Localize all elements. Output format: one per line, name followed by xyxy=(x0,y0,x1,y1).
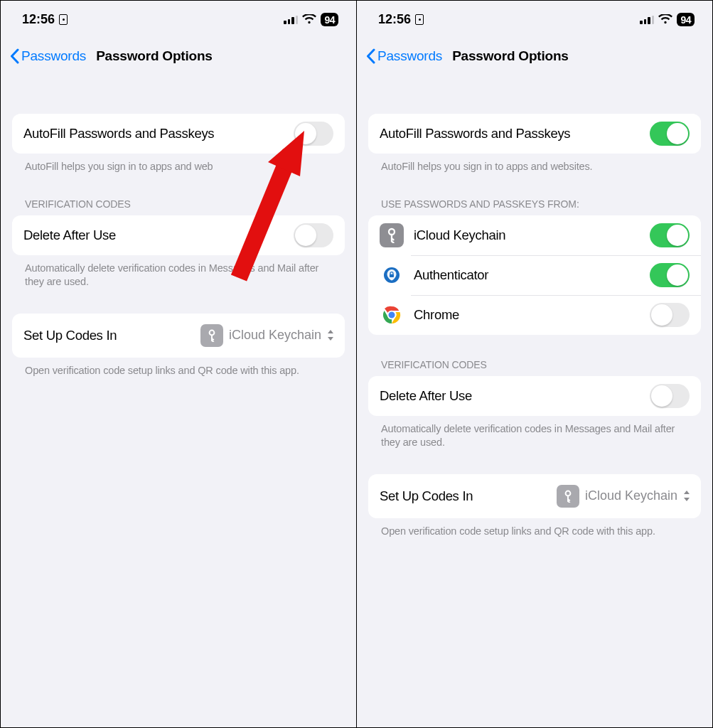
back-chevron-icon[interactable] xyxy=(365,48,376,64)
setup-codes-group: Set Up Codes In iCloud Keychain Open ver… xyxy=(12,314,345,378)
verification-header: Verification Codes xyxy=(12,198,345,215)
page-title: Password Options xyxy=(96,48,213,64)
chrome-icon xyxy=(380,303,404,327)
status-bar: 12:56 94 xyxy=(357,1,712,38)
autofill-label: AutoFill Passwords and Passkeys xyxy=(23,126,284,141)
setup-codes-value: iCloud Keychain xyxy=(585,488,677,503)
authenticator-icon xyxy=(380,263,404,287)
key-icon xyxy=(557,485,579,508)
wifi-icon xyxy=(658,14,672,25)
delete-after-use-toggle[interactable] xyxy=(294,223,333,247)
key-icon xyxy=(200,324,223,347)
svg-rect-3 xyxy=(390,274,394,277)
verification-group: Verification Codes Delete After Use Auto… xyxy=(12,198,345,289)
provider-label: Authenticator xyxy=(414,267,640,283)
setup-codes-row[interactable]: Set Up Codes In iCloud Keychain xyxy=(12,314,345,358)
nav-bar: Passwords Password Options xyxy=(357,38,712,74)
status-bar: 12:56 94 xyxy=(1,1,356,38)
setup-codes-selector[interactable]: iCloud Keychain xyxy=(200,324,333,347)
sim-icon xyxy=(415,14,424,25)
provider-toggle-chrome[interactable] xyxy=(650,303,690,327)
page-title: Password Options xyxy=(452,48,569,64)
verification-footer: Automatically delete verification codes … xyxy=(368,416,701,450)
signal-icon xyxy=(284,15,298,24)
back-button[interactable]: Passwords xyxy=(377,48,442,64)
setup-codes-label: Set Up Codes In xyxy=(380,488,547,504)
signal-icon xyxy=(640,15,654,24)
autofill-footer: AutoFill helps you sign in to apps and w… xyxy=(12,154,345,174)
svg-point-7 xyxy=(566,491,571,496)
provider-row-authenticator[interactable]: Authenticator xyxy=(368,255,701,295)
provider-label: Chrome xyxy=(414,307,640,323)
setup-codes-row[interactable]: Set Up Codes In iCloud Keychain xyxy=(368,474,701,518)
keychain-icon xyxy=(380,223,404,247)
provider-toggle-keychain[interactable] xyxy=(650,223,690,247)
setup-codes-footer: Open verification code setup links and Q… xyxy=(368,518,701,539)
autofill-toggle[interactable] xyxy=(294,122,333,146)
phone-right: 12:56 94 Passwords Password Options Auto… xyxy=(357,1,712,727)
battery-icon: 94 xyxy=(677,13,695,26)
chevron-updown-icon xyxy=(327,330,333,341)
status-time: 12:56 xyxy=(22,12,55,27)
chevron-updown-icon xyxy=(683,491,690,501)
provider-row-keychain[interactable]: iCloud Keychain xyxy=(368,215,701,255)
delete-after-use-toggle[interactable] xyxy=(650,384,690,408)
autofill-row[interactable]: AutoFill Passwords and Passkeys xyxy=(368,114,701,154)
verification-header: Verification Codes xyxy=(368,359,701,376)
provider-row-chrome[interactable]: Chrome xyxy=(368,295,701,335)
sim-icon xyxy=(59,14,68,25)
back-button[interactable]: Passwords xyxy=(21,48,86,64)
setup-codes-selector[interactable]: iCloud Keychain xyxy=(557,485,690,508)
phone-left: 12:56 94 Passwords Password Options Auto… xyxy=(1,1,356,727)
verification-footer: Automatically delete verification codes … xyxy=(12,255,345,289)
autofill-row[interactable]: AutoFill Passwords and Passkeys xyxy=(12,114,345,154)
providers-group: Use Passwords and Passkeys From: iCloud … xyxy=(368,198,701,335)
autofill-group: AutoFill Passwords and Passkeys AutoFill… xyxy=(12,114,345,174)
wifi-icon xyxy=(302,14,316,25)
provider-label: iCloud Keychain xyxy=(414,228,640,243)
autofill-group: AutoFill Passwords and Passkeys AutoFill… xyxy=(368,114,701,174)
setup-codes-label: Set Up Codes In xyxy=(23,328,191,343)
setup-codes-footer: Open verification code setup links and Q… xyxy=(12,358,345,378)
autofill-label: AutoFill Passwords and Passkeys xyxy=(380,126,640,141)
battery-icon: 94 xyxy=(321,13,338,26)
svg-point-0 xyxy=(210,330,215,335)
autofill-footer: AutoFill helps you sign in to apps and w… xyxy=(368,154,701,174)
status-time: 12:56 xyxy=(378,12,411,27)
providers-header: Use Passwords and Passkeys From: xyxy=(368,198,701,215)
autofill-toggle[interactable] xyxy=(650,122,690,146)
setup-codes-value: iCloud Keychain xyxy=(229,328,321,343)
delete-after-use-label: Delete After Use xyxy=(380,388,640,404)
back-chevron-icon[interactable] xyxy=(9,48,20,64)
svg-point-1 xyxy=(389,229,395,235)
delete-after-use-row[interactable]: Delete After Use xyxy=(368,376,701,416)
provider-toggle-authenticator[interactable] xyxy=(650,263,690,287)
setup-codes-group: Set Up Codes In iCloud Keychain Open ver… xyxy=(368,474,701,539)
delete-after-use-row[interactable]: Delete After Use xyxy=(12,215,345,255)
nav-bar: Passwords Password Options xyxy=(1,38,356,74)
verification-group: Verification Codes Delete After Use Auto… xyxy=(368,359,701,450)
delete-after-use-label: Delete After Use xyxy=(23,228,284,243)
